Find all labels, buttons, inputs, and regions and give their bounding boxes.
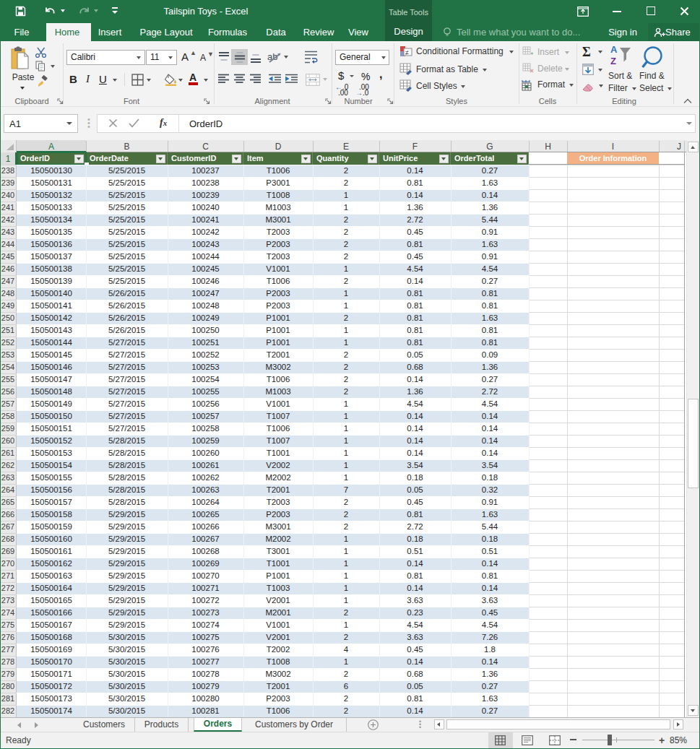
- svg-text:≠: ≠: [405, 49, 409, 56]
- svg-text:A: A: [610, 44, 618, 55]
- svg-text:Z: Z: [610, 56, 616, 66]
